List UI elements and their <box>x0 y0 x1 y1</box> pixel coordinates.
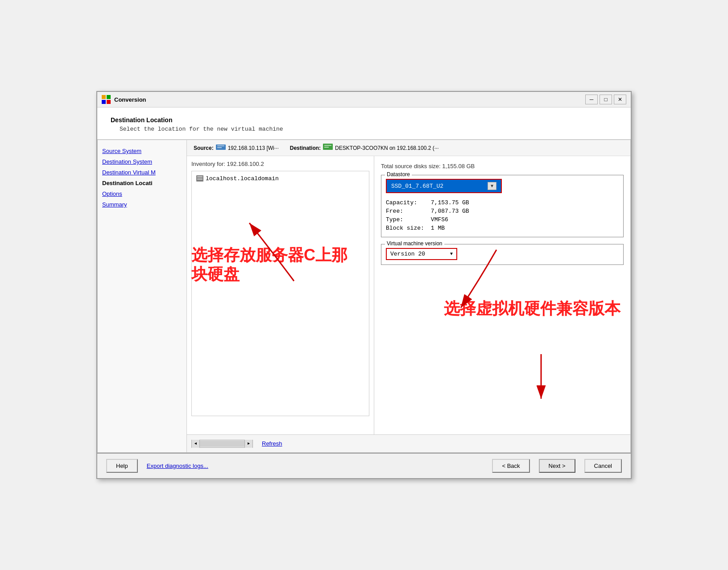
refresh-link[interactable]: Refresh <box>257 437 287 450</box>
page-title: Destination Location <box>111 116 617 124</box>
datastore-dropdown[interactable]: SSD_01_7.68T_U2 ▼ <box>386 179 502 193</box>
cancel-button[interactable]: Cancel <box>584 459 622 473</box>
vm-version-value: Version 20 <box>390 251 425 257</box>
main-panels: Inventory for: 192.168.100.2 localhost.l… <box>187 156 630 434</box>
svg-rect-11 <box>197 176 203 178</box>
type-value: VMFS6 <box>431 215 476 224</box>
datastore-free-row: Free: 7,087.73 GB <box>386 207 476 215</box>
sidebar-item-destination-location[interactable]: Destination Locati <box>102 179 182 187</box>
capacity-label: Capacity: <box>386 198 431 207</box>
svg-rect-2 <box>102 100 106 104</box>
vm-version-legend: Virtual machine version <box>385 240 444 247</box>
help-button[interactable]: Help <box>106 459 138 473</box>
vm-version-arrow: ▼ <box>450 252 453 256</box>
header-section: Destination Location Select the location… <box>97 107 631 140</box>
minimize-button[interactable]: ─ <box>585 95 598 104</box>
datastore-dropdown-wrapper: SSD_01_7.68T_U2 ▼ <box>386 179 619 193</box>
source-value: 192.168.10.113 [Wi··· <box>228 145 279 151</box>
right-panel: Total source disks size: 1,155.08 GB Dat… <box>374 156 630 434</box>
vm-version-dropdown[interactable]: Version 20 ▼ <box>386 248 457 260</box>
sidebar-item-destination-system[interactable]: Destination System <box>102 157 182 166</box>
destination-icon <box>323 144 333 152</box>
svg-rect-5 <box>217 145 224 146</box>
source-icon <box>216 144 226 152</box>
main-content: Source System Destination System Destina… <box>97 140 631 453</box>
sidebar-item-destination-virtual[interactable]: Destination Virtual M <box>102 168 182 177</box>
total-size-label: Total source disks size: <box>381 163 441 169</box>
block-value: 1 MB <box>431 224 476 232</box>
svg-rect-6 <box>217 147 222 148</box>
datastore-section: Datastore SSD_01_7.68T_U2 ▼ <box>381 175 624 237</box>
block-label: Block size: <box>386 224 431 232</box>
info-bar: Source: 192.168.10.113 [Wi··· Destinatio… <box>187 140 630 156</box>
content-area: Source: 192.168.10.113 [Wi··· Destinatio… <box>187 140 630 452</box>
bottom-bar: ◄ ► Refresh <box>187 434 630 452</box>
svg-rect-3 <box>107 100 111 104</box>
scroll-right-button[interactable]: ► <box>244 440 252 448</box>
vm-version-section: Virtual machine version Version 20 ▼ <box>381 244 624 265</box>
title-bar: Conversion ─ □ ✕ <box>97 92 631 107</box>
tree-view: localhost.localdomain <box>191 171 369 416</box>
datastore-dropdown-arrow[interactable]: ▼ <box>488 182 496 190</box>
total-size-value: 1,155.08 GB <box>442 163 475 169</box>
close-button[interactable]: ✕ <box>614 95 626 104</box>
scrollbar[interactable]: ◄ ► <box>191 440 253 448</box>
footer: Help Export diagnostic logs... < Back Ne… <box>97 453 631 478</box>
vm-version-dropdown-wrapper: Version 20 ▼ <box>386 248 619 260</box>
free-label: Free: <box>386 207 431 215</box>
datastore-type-row: Type: VMFS6 <box>386 215 476 224</box>
main-window: Conversion ─ □ ✕ Destination Location Se… <box>96 91 632 479</box>
inventory-label: Inventory for: 192.168.100.2 <box>191 161 369 167</box>
datastore-info: Capacity: 7,153.75 GB Free: 7,087.73 GB … <box>386 198 619 232</box>
page-subtitle: Select the location for the new virtual … <box>120 126 617 132</box>
tree-item-localhost[interactable]: localhost.localdomain <box>194 173 367 183</box>
export-logs-link[interactable]: Export diagnostic logs... <box>147 463 208 469</box>
free-value: 7,087.73 GB <box>431 207 476 215</box>
sidebar-item-summary[interactable]: Summary <box>102 200 182 209</box>
datastore-block-row: Block size: 1 MB <box>386 224 476 232</box>
sidebar-item-source-system[interactable]: Source System <box>102 147 182 155</box>
window-controls: ─ □ ✕ <box>585 95 626 104</box>
annotation-vm-version: 选择虚拟机硬件兼容版本 <box>443 299 621 318</box>
app-icon <box>102 95 111 104</box>
destination-label: Destination: <box>290 145 321 151</box>
source-info: Source: 192.168.10.113 [Wi··· Destinatio… <box>194 144 439 152</box>
capacity-value: 7,153.75 GB <box>431 198 476 207</box>
destination-value: DESKTOP-3COO7KN on 192.168.100.2 (··· <box>335 145 439 151</box>
total-size: Total source disks size: 1,155.08 GB <box>381 163 624 169</box>
window-title: Conversion <box>114 96 582 103</box>
source-label: Source: <box>194 145 214 151</box>
type-label: Type: <box>386 215 431 224</box>
tree-item-label: localhost.localdomain <box>206 175 279 182</box>
datastore-selected-value: SSD_01_7.68T_U2 <box>391 183 443 190</box>
datastore-info-table: Capacity: 7,153.75 GB Free: 7,087.73 GB … <box>386 198 476 232</box>
scroll-left-button[interactable]: ◄ <box>192 440 200 448</box>
svg-rect-8 <box>324 145 331 146</box>
svg-rect-9 <box>324 147 329 148</box>
svg-rect-12 <box>197 178 203 180</box>
svg-rect-1 <box>107 95 111 99</box>
back-button[interactable]: < Back <box>492 459 529 473</box>
datastore-capacity-row: Capacity: 7,153.75 GB <box>386 198 476 207</box>
next-button[interactable]: Next > <box>539 459 575 473</box>
maximize-button[interactable]: □ <box>600 95 612 104</box>
sidebar-item-options[interactable]: Options <box>102 190 182 198</box>
sidebar: Source System Destination System Destina… <box>98 140 187 452</box>
datastore-legend: Datastore <box>385 171 412 178</box>
arrow-to-next <box>523 354 559 408</box>
svg-rect-0 <box>102 95 106 99</box>
server-icon <box>196 175 203 182</box>
left-panel: Inventory for: 192.168.100.2 localhost.l… <box>187 156 374 434</box>
scroll-track <box>200 441 244 447</box>
